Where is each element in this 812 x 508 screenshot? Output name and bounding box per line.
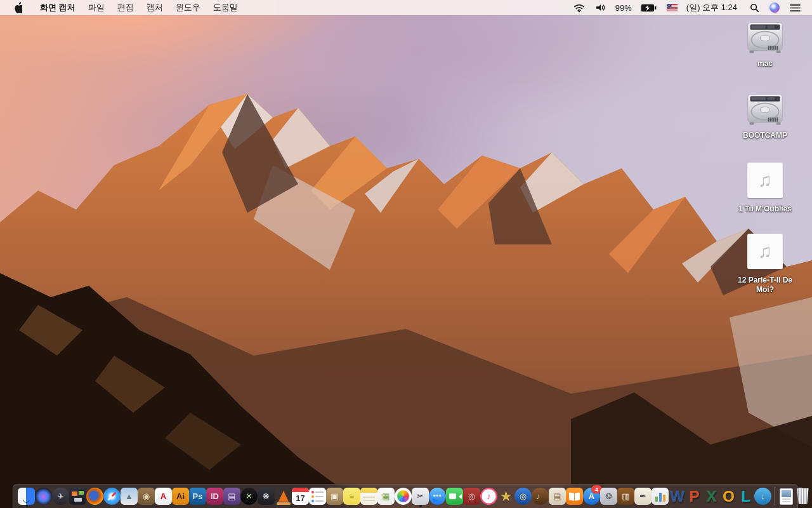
menu-bar-status: 99% — [568, 0, 812, 15]
photos-icon[interactable] — [395, 485, 412, 508]
vlc-icon — [275, 488, 292, 505]
battery-charging-icon[interactable] — [636, 0, 662, 15]
wallpaper-mountains — [0, 0, 812, 508]
messages-icon[interactable]: ••• — [429, 485, 446, 508]
vlc-icon[interactable] — [275, 485, 292, 508]
drive-mac[interactable]: mac — [727, 21, 803, 69]
reminders-icon[interactable] — [309, 485, 326, 508]
indesign-icon: ID — [206, 488, 223, 505]
itunes-icon[interactable]: ♪ — [480, 485, 497, 508]
document-file-icon — [780, 488, 793, 505]
apple-logo-icon — [13, 2, 22, 13]
word-icon[interactable]: W — [669, 485, 686, 508]
calendar-icon[interactable]: 17 — [292, 485, 309, 508]
photo-booth-icon: ◎ — [463, 488, 480, 505]
ibooks-icon[interactable] — [566, 485, 583, 508]
powerpoint-icon[interactable]: P — [686, 485, 703, 508]
volume-icon[interactable] — [590, 0, 612, 15]
numbers-icon[interactable] — [652, 485, 669, 508]
audio-file-12[interactable]: ♫ 12 Parle-T-Il De Moi? — [727, 234, 803, 295]
word-icon: W — [669, 488, 686, 505]
input-source-us-flag-icon[interactable] — [662, 0, 683, 15]
stickies-icon[interactable]: ≡ — [343, 485, 360, 508]
menu-bar-left: 화면 캡처 파일 편집 캡처 윈도우 도움말 — [0, 0, 244, 15]
lync-icon[interactable]: L — [737, 485, 754, 508]
launchpad-icon: ✈ — [52, 488, 69, 505]
finder-icon[interactable]: ◡ — [18, 485, 35, 508]
dvd-ripper-icon[interactable]: ◎ — [514, 485, 532, 508]
system-preferences-icon[interactable]: ❂ — [600, 485, 617, 508]
iweb-icon[interactable]: ▤ — [549, 485, 566, 508]
fan-control-icon[interactable]: ❋ — [258, 485, 275, 508]
menu-edit[interactable]: 편집 — [111, 0, 140, 15]
powerpoint-icon: P — [686, 488, 703, 505]
archive-utility-icon[interactable]: ▣ — [326, 485, 343, 508]
menu-file[interactable]: 파일 — [82, 0, 111, 15]
dock-divider — [771, 485, 778, 508]
mission-control-icon[interactable] — [69, 485, 86, 508]
outlook-icon: O — [720, 488, 737, 505]
ibooks-icon — [566, 488, 583, 505]
trash-icon — [794, 488, 811, 505]
dvd-ripper-icon: ◎ — [514, 488, 532, 505]
audio-file-1[interactable]: ♫ 1 Tu M'Oublies — [727, 163, 803, 214]
notes-icon[interactable] — [360, 485, 377, 508]
audio-file-12-label: 12 Parle-T-Il De Moi? — [727, 276, 803, 295]
itunes-icon: ♪ — [480, 488, 497, 505]
photoshop-icon[interactable]: Ps — [189, 485, 206, 508]
drive-bootcamp[interactable]: BOOTCAMP — [727, 93, 803, 140]
lync-icon: L — [737, 488, 754, 505]
menu-window[interactable]: 윈도우 — [169, 0, 207, 15]
excel-icon[interactable]: X — [703, 485, 720, 508]
keynote-icon[interactable]: ▥ — [617, 485, 634, 508]
illustrator-icon: Ai — [172, 488, 189, 505]
notification-center-icon[interactable] — [785, 0, 806, 15]
apple-menu[interactable] — [0, 0, 34, 15]
unarchiver-icon[interactable]: ▤ — [223, 485, 240, 508]
pages-icon[interactable]: ✒ — [634, 485, 652, 508]
preview-icon: ▲ — [121, 488, 138, 505]
garageband-icon[interactable]: ♩ — [532, 485, 549, 508]
xee-image-viewer-icon[interactable]: ✕ — [240, 485, 258, 508]
grab-screen-capture-icon[interactable]: ✂ — [412, 485, 429, 508]
app-store-icon[interactable]: A4 — [583, 485, 600, 508]
preview-icon[interactable]: ▲ — [121, 485, 138, 508]
easyfind-icon[interactable]: ★ — [497, 485, 514, 508]
firefox-icon[interactable] — [86, 485, 103, 508]
excel-icon: X — [703, 488, 720, 505]
reminders-icon — [309, 488, 326, 505]
audio-file-icon: ♫ — [747, 163, 783, 198]
trash-icon[interactable] — [794, 485, 811, 508]
fan-control-icon: ❋ — [258, 488, 275, 505]
document-file-icon[interactable] — [778, 485, 794, 508]
siri-dock-icon[interactable] — [35, 485, 52, 508]
outlook-icon[interactable]: O — [720, 485, 737, 508]
siri-icon[interactable] — [764, 0, 785, 15]
notes-icon — [360, 488, 377, 505]
indesign-icon[interactable]: ID — [206, 485, 223, 508]
drive-mac-label: mac — [727, 59, 803, 69]
menu-capture[interactable]: 캡처 — [140, 0, 169, 15]
finder-icon: ◡ — [18, 488, 35, 505]
grab-screen-capture-icon: ✂ — [412, 488, 429, 505]
wifi-icon[interactable] — [568, 0, 590, 15]
download-manager-icon[interactable]: ↓ — [754, 485, 771, 508]
spotlight-icon[interactable] — [741, 0, 764, 15]
acrobat-reader-icon[interactable]: A — [155, 485, 172, 508]
onepassword-icon[interactable]: ◉ — [138, 485, 155, 508]
menu-help[interactable]: 도움말 — [207, 0, 244, 15]
hard-drive-icon — [746, 93, 784, 128]
numbers-icon — [652, 488, 669, 505]
launchpad-icon[interactable]: ✈ — [52, 485, 69, 508]
photo-booth-icon[interactable]: ◎ — [463, 485, 480, 508]
menu-clock[interactable]: (일) 오후 1:24 — [683, 2, 741, 13]
app-menu-title[interactable]: 화면 캡처 — [34, 0, 82, 15]
illustrator-icon[interactable]: Ai — [172, 485, 189, 508]
garageband-icon: ♩ — [532, 488, 549, 505]
facetime-icon[interactable] — [446, 485, 463, 508]
safari-icon[interactable] — [103, 485, 121, 508]
system-preferences-icon: ❂ — [600, 488, 617, 505]
document-template-app-icon[interactable]: ▦ — [377, 485, 395, 508]
xee-image-viewer-icon: ✕ — [240, 488, 258, 505]
iweb-icon: ▤ — [549, 488, 566, 505]
